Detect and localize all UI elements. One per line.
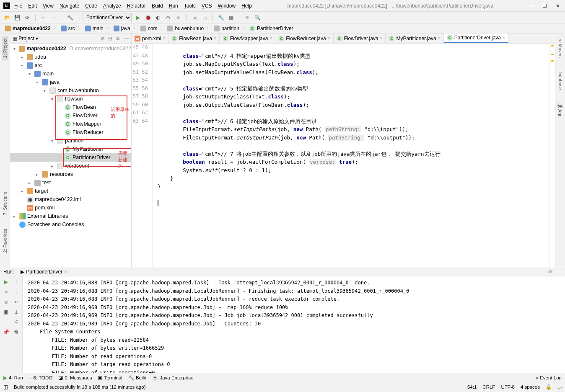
tree-test[interactable]: ▸test (10, 178, 131, 187)
breadcrumb-com[interactable]: com (139, 25, 159, 32)
tab-flowbean-java[interactable]: CFlowBean.java× (168, 34, 220, 43)
breadcrumb-src[interactable]: src (59, 25, 77, 32)
tab-flowmapper-java[interactable]: CFlowMapper.java× (220, 34, 276, 43)
breadcrumb-partition[interactable]: partition (212, 25, 241, 32)
project-tree[interactable]: ▾mapreduce0422D:\maven\mapreduce0422 ▸.i… (10, 44, 131, 267)
run-icon[interactable]: ▶ (134, 14, 142, 21)
tool-window-icon[interactable]: ◫ (3, 384, 8, 390)
tab-pom-xml[interactable]: mpom.xml× (132, 34, 168, 43)
project-dropdown[interactable]: ▦ Project ▾ (13, 36, 38, 41)
code-editor[interactable]: class="cmt">// 4 指定mapper输出数据的kv类型 job.s… (153, 44, 549, 267)
coverage-icon[interactable]: ◐ (154, 14, 162, 21)
project-structure-icon[interactable]: ▦ (227, 14, 235, 21)
inspections-indicator[interactable]: ◡ (557, 384, 562, 390)
layout-run-icon[interactable]: ▣ (3, 308, 10, 316)
search-icon[interactable]: 🔍 (254, 14, 261, 21)
close-icon[interactable]: ✕ (556, 3, 562, 9)
tab-run[interactable]: ▶ 4: Run (3, 375, 23, 381)
save-all-icon[interactable]: 💾 (13, 14, 21, 21)
down-icon[interactable]: ↓ (13, 288, 20, 296)
gear-icon[interactable]: ⚙ (116, 36, 120, 41)
expand-all-icon[interactable]: ⊕ (101, 36, 105, 41)
tree-idea[interactable]: ▸.idea (10, 53, 131, 61)
breadcrumb-java[interactable]: java (112, 25, 132, 32)
breadcrumb-main[interactable]: main (83, 25, 105, 32)
stop-icon[interactable]: ■ (174, 14, 182, 21)
tree-src[interactable]: ▾src (10, 61, 131, 70)
tab-messages[interactable]: ◪ 0: Messages (58, 375, 92, 381)
breadcrumb-buwenbuhuo[interactable]: buwenbuhuo (166, 25, 205, 32)
menu-navigate[interactable]: Navigate (60, 3, 79, 9)
menu-window[interactable]: Window (218, 3, 236, 9)
run-config-select[interactable]: PartitionerDriver (83, 13, 132, 22)
play-window-icon[interactable]: ▶⃞ (244, 14, 251, 21)
minimize-icon[interactable]: — (529, 3, 535, 9)
refresh-icon[interactable]: ⟳ (23, 14, 31, 21)
gutter[interactable]: 45 46 47 48 49 50 51 52 53 54 55 56 57 5… (132, 44, 153, 267)
tree-package[interactable]: ▾com.buwenbuhuo (10, 86, 131, 95)
menu-refactor[interactable]: Refactor (127, 3, 146, 9)
profile-icon[interactable]: ⊙ (164, 14, 172, 21)
tree-pom[interactable]: mpom.xml (10, 204, 131, 212)
menu-tools[interactable]: Tools (184, 3, 196, 9)
file-encoding[interactable]: UTF-8 (501, 384, 515, 389)
breadcrumb-partitionerdriver[interactable]: CPartitionerDriver (248, 25, 295, 32)
tab-build[interactable]: 🔨 Build (128, 375, 147, 381)
tree-resources[interactable]: ▸resources (10, 170, 131, 178)
cursor-position[interactable]: 64:1 (467, 384, 477, 389)
menu-help[interactable]: Help (241, 3, 252, 9)
menu-vcs[interactable]: VCS (202, 3, 212, 9)
line-separator[interactable]: CRLF (482, 384, 495, 389)
tree-java[interactable]: ▾java (10, 78, 131, 86)
console-output[interactable]: 2020-04-23 20:49:16,088 INFO [org.apache… (23, 276, 565, 373)
tree-root[interactable]: ▾mapreduce0422D:\maven\mapreduce0422 (10, 44, 131, 53)
open-icon[interactable]: 📂 (3, 14, 11, 21)
sidebar-ant-tab[interactable]: 🐜 Ant (557, 100, 564, 119)
collapse-all-icon[interactable]: ⊟ (108, 36, 112, 41)
trash-icon[interactable]: 🗑 (13, 328, 20, 336)
run-hide-icon[interactable]: — (557, 269, 562, 275)
tab-todo[interactable]: ≡ 6: TODO (29, 375, 52, 380)
tab-flowdriver-java[interactable]: CFlowDriver.java× (334, 34, 386, 43)
readonly-indicator[interactable]: 🔓 (546, 384, 552, 390)
settings-wrench-icon[interactable]: 🔧 (217, 14, 225, 21)
build-icon[interactable]: 🔨 (66, 14, 74, 21)
menu-view[interactable]: View (43, 3, 54, 9)
forward-icon[interactable]: → (50, 14, 57, 21)
pin-icon[interactable]: 📌 (3, 328, 10, 336)
run-settings-icon[interactable]: ⚙ (548, 269, 552, 275)
sidebar-structure-tab[interactable]: 7: Structure (2, 189, 8, 218)
hide-icon[interactable]: — (124, 36, 129, 41)
menu-edit[interactable]: Edit (28, 3, 37, 9)
exit-icon[interactable]: ⎋ (3, 298, 10, 306)
sidebar-favorites-tab[interactable]: 2: Favorites (2, 226, 8, 255)
tab-flowreducer-java[interactable]: CFlowReducer.java× (275, 34, 333, 43)
layout-icon[interactable]: ▣ (191, 14, 198, 21)
tree-scratches[interactable]: Scratches and Consoles (10, 220, 131, 229)
back-icon[interactable]: ← (40, 14, 47, 21)
debug-icon[interactable]: 🐞 (144, 14, 152, 21)
stop-run-icon[interactable]: ■ (3, 288, 10, 296)
up-icon[interactable]: ↑ (13, 278, 20, 286)
tab-javaee[interactable]: ☕ Java Enterprise (152, 375, 193, 381)
marker-bar[interactable] (549, 44, 555, 267)
tree-extlib[interactable]: ▸External Libraries (10, 212, 131, 220)
sidebar-maven-tab[interactable]: m (558, 39, 563, 43)
tree-iml[interactable]: ▦mapreduce0422.iml (10, 195, 131, 204)
wrap-icon[interactable]: ↩ (13, 298, 20, 306)
tab-mypartitioner-java[interactable]: CMyPartitioner.java× (386, 34, 443, 43)
menu-file[interactable]: File (14, 3, 22, 9)
maximize-icon[interactable]: ☐ (542, 3, 548, 9)
tab-terminal[interactable]: ▣ Terminal (98, 375, 122, 381)
run-tab-partitionerdriver[interactable]: ▶ PartitionerDriver × (18, 268, 70, 276)
indent-info[interactable]: 4 spaces (521, 384, 540, 389)
print-icon[interactable]: 🖨 (13, 318, 20, 326)
menu-code[interactable]: Code (85, 3, 97, 9)
rerun-icon[interactable]: ▶ (3, 278, 10, 286)
breadcrumb-mapreduce0422[interactable]: mapreduce0422 (3, 25, 52, 32)
tab-partitionerdriver-java[interactable]: CPartitionerDriver.java× (444, 34, 508, 43)
sidebar-project-tab[interactable]: 1: Project (2, 36, 8, 60)
layout2-icon[interactable]: ▤ (201, 14, 208, 21)
event-log[interactable]: ● Event Log (535, 375, 562, 380)
tree-target[interactable]: ▸target (10, 187, 131, 195)
